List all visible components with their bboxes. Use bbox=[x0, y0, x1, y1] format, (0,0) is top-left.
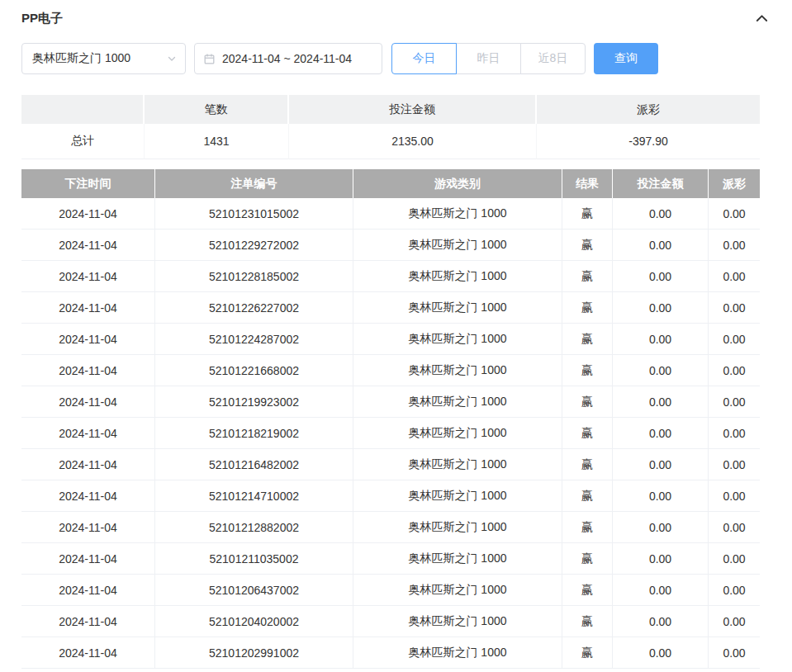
cell-payout: 0.00 bbox=[709, 449, 760, 480]
cell-order-no: 52101218219002 bbox=[155, 418, 353, 449]
cell-payout: 0.00 bbox=[709, 292, 760, 324]
col-header-order-no: 注单编号 bbox=[155, 169, 353, 198]
cell-result: 赢 bbox=[562, 261, 613, 292]
cell-order-no: 52101226227002 bbox=[155, 292, 353, 324]
cell-payout: 0.00 bbox=[709, 575, 760, 606]
cell-game-type: 奥林匹斯之门 1000 bbox=[353, 449, 562, 480]
cell-bet-time: 2024-11-04 bbox=[21, 637, 155, 669]
table-row: 2024-11-04 52101226227002 奥林匹斯之门 1000 赢 … bbox=[21, 292, 760, 324]
cell-bet-amount: 0.00 bbox=[613, 575, 709, 606]
cell-order-no: 52101219923002 bbox=[155, 386, 353, 418]
cell-bet-time: 2024-11-04 bbox=[21, 480, 155, 512]
date-range-value: 2024-11-04 ~ 2024-11-04 bbox=[222, 52, 352, 65]
col-header-bet-amount: 投注金额 bbox=[613, 169, 709, 198]
table-row: 2024-11-04 52101221668002 奥林匹斯之门 1000 赢 … bbox=[21, 355, 760, 386]
col-header-bet-time: 下注时间 bbox=[21, 169, 155, 198]
cell-result: 赢 bbox=[562, 637, 613, 669]
cell-result: 赢 bbox=[562, 324, 613, 355]
col-header-payout: 派彩 bbox=[709, 169, 760, 198]
table-row: 2024-11-04 52101229272002 奥林匹斯之门 1000 赢 … bbox=[21, 230, 760, 261]
cell-payout: 0.00 bbox=[709, 418, 760, 449]
cell-result: 赢 bbox=[562, 480, 613, 512]
cell-game-type: 奥林匹斯之门 1000 bbox=[353, 575, 562, 606]
records-table-body: 2024-11-04 52101231015002 奥林匹斯之门 1000 赢 … bbox=[21, 198, 760, 669]
table-row: 2024-11-04 52101214710002 奥林匹斯之门 1000 赢 … bbox=[21, 480, 760, 512]
col-header-result: 结果 bbox=[562, 169, 613, 198]
cell-result: 赢 bbox=[562, 512, 613, 543]
cell-bet-time: 2024-11-04 bbox=[21, 230, 155, 261]
cell-bet-time: 2024-11-04 bbox=[21, 292, 155, 324]
col-header-game-type: 游戏类别 bbox=[353, 169, 562, 198]
cell-result: 赢 bbox=[562, 606, 613, 637]
cell-bet-amount: 0.00 bbox=[613, 292, 709, 324]
cell-game-type: 奥林匹斯之门 1000 bbox=[353, 261, 562, 292]
cell-payout: 0.00 bbox=[709, 355, 760, 386]
date-range-input[interactable]: 2024-11-04 ~ 2024-11-04 bbox=[194, 43, 382, 74]
last-8-days-button[interactable]: 近8日 bbox=[520, 43, 586, 74]
cell-game-type: 奥林匹斯之门 1000 bbox=[353, 198, 562, 230]
table-row: 2024-11-04 52101206437002 奥林匹斯之门 1000 赢 … bbox=[21, 575, 760, 606]
cell-order-no: 52101224287002 bbox=[155, 324, 353, 355]
cell-bet-amount: 0.00 bbox=[613, 512, 709, 543]
cell-game-type: 奥林匹斯之门 1000 bbox=[353, 543, 562, 575]
cell-bet-amount: 0.00 bbox=[613, 261, 709, 292]
cell-game-type: 奥林匹斯之门 1000 bbox=[353, 418, 562, 449]
cell-result: 赢 bbox=[562, 543, 613, 575]
cell-payout: 0.00 bbox=[709, 324, 760, 355]
summary-header-bet-amount: 投注金额 bbox=[289, 95, 537, 124]
cell-result: 赢 bbox=[562, 198, 613, 230]
cell-payout: 0.00 bbox=[709, 606, 760, 637]
records-header-row: 下注时间 注单编号 游戏类别 结果 投注金额 派彩 bbox=[21, 169, 760, 198]
summary-total-count: 1431 bbox=[145, 124, 289, 159]
cell-payout: 0.00 bbox=[709, 198, 760, 230]
cell-payout: 0.00 bbox=[709, 543, 760, 575]
cell-bet-time: 2024-11-04 bbox=[21, 449, 155, 480]
cell-payout: 0.00 bbox=[709, 230, 760, 261]
cell-bet-amount: 0.00 bbox=[613, 606, 709, 637]
game-select-value: 奥林匹斯之门 1000 bbox=[32, 51, 130, 66]
cell-bet-amount: 0.00 bbox=[613, 324, 709, 355]
table-row: 2024-11-04 52101218219002 奥林匹斯之门 1000 赢 … bbox=[21, 418, 760, 449]
records-table: 下注时间 注单编号 游戏类别 结果 投注金额 派彩 2024-11-04 521… bbox=[21, 169, 760, 669]
cell-bet-amount: 0.00 bbox=[613, 480, 709, 512]
page-title: PP电子 bbox=[21, 11, 63, 26]
cell-result: 赢 bbox=[562, 418, 613, 449]
today-button[interactable]: 今日 bbox=[391, 43, 457, 74]
quick-range-button-group: 今日 昨日 近8日 bbox=[391, 43, 586, 74]
cell-payout: 0.00 bbox=[709, 637, 760, 669]
query-button[interactable]: 查询 bbox=[594, 43, 658, 74]
cell-bet-time: 2024-11-04 bbox=[21, 543, 155, 575]
cell-result: 赢 bbox=[562, 355, 613, 386]
cell-bet-time: 2024-11-04 bbox=[21, 512, 155, 543]
cell-order-no: 52101211035002 bbox=[155, 543, 353, 575]
cell-game-type: 奥林匹斯之门 1000 bbox=[353, 637, 562, 669]
cell-game-type: 奥林匹斯之门 1000 bbox=[353, 386, 562, 418]
cell-game-type: 奥林匹斯之门 1000 bbox=[353, 292, 562, 324]
summary-table: 笔数 投注金额 派彩 总计 1431 2135.00 -397.90 bbox=[21, 95, 760, 159]
table-row: 2024-11-04 52101224287002 奥林匹斯之门 1000 赢 … bbox=[21, 324, 760, 355]
cell-bet-amount: 0.00 bbox=[613, 637, 709, 669]
cell-game-type: 奥林匹斯之门 1000 bbox=[353, 355, 562, 386]
table-row: 2024-11-04 52101219923002 奥林匹斯之门 1000 赢 … bbox=[21, 386, 760, 418]
cell-result: 赢 bbox=[562, 575, 613, 606]
summary-header-count: 笔数 bbox=[145, 95, 289, 124]
game-select[interactable]: 奥林匹斯之门 1000 bbox=[21, 43, 186, 74]
collapse-button[interactable] bbox=[753, 10, 771, 27]
cell-payout: 0.00 bbox=[709, 386, 760, 418]
cell-order-no: 52101231015002 bbox=[155, 198, 353, 230]
cell-order-no: 52101204020002 bbox=[155, 606, 353, 637]
cell-order-no: 52101212882002 bbox=[155, 512, 353, 543]
cell-bet-time: 2024-11-04 bbox=[21, 418, 155, 449]
cell-bet-amount: 0.00 bbox=[613, 386, 709, 418]
cell-result: 赢 bbox=[562, 449, 613, 480]
cell-bet-time: 2024-11-04 bbox=[21, 355, 155, 386]
table-row: 2024-11-04 52101216482002 奥林匹斯之门 1000 赢 … bbox=[21, 449, 760, 480]
cell-result: 赢 bbox=[562, 386, 613, 418]
cell-payout: 0.00 bbox=[709, 480, 760, 512]
table-row: 2024-11-04 52101204020002 奥林匹斯之门 1000 赢 … bbox=[21, 606, 760, 637]
table-row: 2024-11-04 52101228185002 奥林匹斯之门 1000 赢 … bbox=[21, 261, 760, 292]
cell-order-no: 52101221668002 bbox=[155, 355, 353, 386]
yesterday-button[interactable]: 昨日 bbox=[456, 43, 521, 74]
summary-header-row: 笔数 投注金额 派彩 bbox=[21, 95, 760, 124]
cell-bet-amount: 0.00 bbox=[613, 230, 709, 261]
